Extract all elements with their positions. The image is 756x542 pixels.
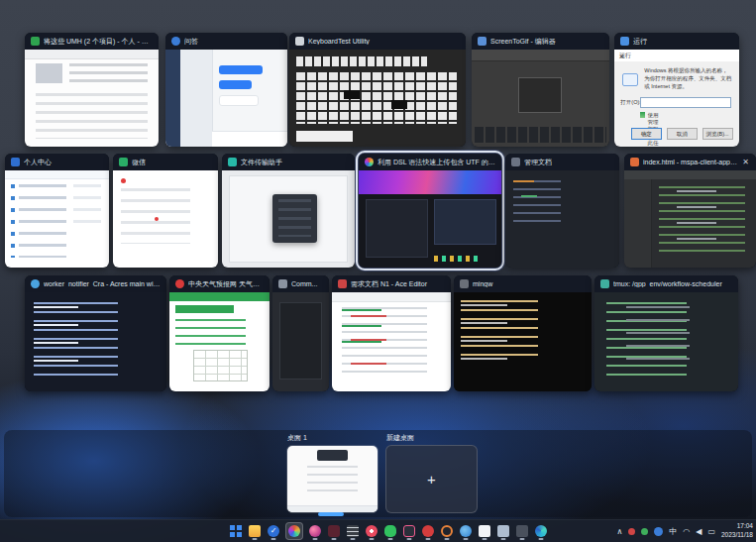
- thumbnail-preview: [25, 292, 166, 391]
- window-thumbnail-dsl-doc-selected[interactable]: 利用 DSL 语法快速上传包含 UTF 的文档 #8 - 知乎: [359, 154, 501, 268]
- flower-app-button[interactable]: [365, 523, 378, 539]
- console-icon: [278, 279, 287, 288]
- thumbnail-preview: [505, 170, 619, 268]
- window-thumbnail-comm[interactable]: Comm...: [272, 275, 329, 391]
- tray-chevron-icon[interactable]: ∧: [616, 527, 622, 536]
- window-thumbnail-mingw[interactable]: mingw: [454, 275, 592, 391]
- tray-green-app-icon[interactable]: [641, 528, 648, 535]
- window-thumbnail-run[interactable]: 运行 运行✕ Windows 将根据你所输入的名称，为你打开相应的程序、文件夹、…: [614, 33, 739, 147]
- thumbnail-preview: [5, 170, 109, 268]
- chat-app-icon: [171, 37, 180, 46]
- globe-browser-button[interactable]: [459, 523, 473, 539]
- window-label: index.html - mspa-client-app (Administ..…: [624, 154, 756, 170]
- window-title: index.html - mspa-client-app (Administ..…: [643, 159, 737, 165]
- thumbnail-preview: [25, 50, 159, 147]
- browser-ring-button[interactable]: [440, 523, 454, 539]
- clock-time: 17:04: [721, 522, 753, 531]
- video-app-icon: [403, 525, 415, 537]
- window-thumbnail-wechat[interactable]: 微信: [113, 154, 218, 268]
- reader-app-button[interactable]: [327, 523, 341, 539]
- thumbnail-preview: [594, 292, 738, 391]
- thumbnail-preview: [624, 170, 756, 268]
- video-app-button[interactable]: [402, 523, 416, 539]
- new-desktop-label: 新建桌面: [386, 433, 414, 443]
- window-title: 需求文档 N1 - Ace Editor: [351, 279, 445, 289]
- thumbnail-preview: [169, 292, 270, 391]
- window-title: mingw: [473, 280, 586, 287]
- wifi-icon[interactable]: ◠: [683, 527, 690, 536]
- window-thumbnail-tmux[interactable]: tmux: /gpp_env/workflow-scheduler: [594, 275, 738, 391]
- shield-icon: [640, 112, 645, 118]
- window-thumbnail-ace-editor[interactable]: 需求文档 N1 - Ace Editor: [332, 275, 451, 391]
- music-app-button[interactable]: [421, 523, 435, 539]
- tray-blue-app-icon[interactable]: [654, 527, 663, 536]
- start-button[interactable]: [229, 523, 243, 539]
- window-thumbnail-manage-doc[interactable]: 管理文档: [505, 154, 619, 268]
- window-label: 中央天气预报网 天气云图: [169, 275, 270, 292]
- thumbnail-preview-run-dialog: 运行✕ Windows 将根据你所输入的名称，为你打开相应的程序、文件夹、文档或…: [614, 50, 739, 147]
- windows-logo-icon: [230, 525, 242, 537]
- run-admin-note: 使用管理权限创建此任务。: [640, 112, 647, 119]
- window-label: tmux: /gpp_env/workflow-scheduler: [594, 275, 738, 292]
- new-desktop-button[interactable]: +: [385, 445, 478, 513]
- active-desktop-indicator: [318, 512, 344, 516]
- battery-icon[interactable]: ▭: [707, 527, 715, 536]
- keyboard-test-icon: [295, 37, 304, 46]
- thumbnail-preview: [272, 292, 329, 391]
- window-thumbnail-weather[interactable]: 中央天气预报网 天气云图: [169, 275, 270, 391]
- wechat-button[interactable]: [383, 523, 397, 539]
- window-label: mingw: [454, 275, 592, 292]
- screentogif-icon: [478, 37, 486, 46]
- window-thumbnail-indexhtml[interactable]: index.html - mspa-client-app (Administ..…: [624, 154, 756, 268]
- file-assistant-icon: [228, 158, 237, 166]
- taskbar: ✓ ∧ 中 ◠ ◀ ▭ 17:04: [0, 519, 756, 542]
- ime-indicator[interactable]: 中: [669, 526, 677, 537]
- volume-icon[interactable]: ◀: [696, 527, 702, 536]
- globe-icon: [460, 525, 472, 537]
- thumbnail-preview: [332, 292, 451, 391]
- window-thumbnail-edge[interactable]: 将这些 UMH (2 个项目) - 个人 - Microsoft Edge: [25, 33, 159, 147]
- taskbar-clock[interactable]: 17:04 2023/11/18: [721, 522, 753, 540]
- ring-browser-icon: [441, 525, 453, 537]
- utility-app-button[interactable]: [515, 523, 529, 539]
- window-label: 个人中心: [5, 154, 109, 170]
- window-thumbnail-personal-center[interactable]: 个人中心: [5, 154, 109, 268]
- window-title: 将这些 UMH (2 个项目) - 个人 - Microsoft Edge: [44, 37, 153, 47]
- window-thumbnail-notifier[interactable]: worker_notifier_Cra - Acres main windows: [25, 275, 166, 391]
- window-app-button[interactable]: [496, 523, 510, 539]
- task-view-button[interactable]: [285, 522, 303, 540]
- window-label: worker_notifier_Cra - Acres main windows: [25, 275, 166, 292]
- desktop1-tile[interactable]: [286, 445, 378, 513]
- window-thumbnail-keyboardtest[interactable]: KeyboardTest Utility: [289, 33, 466, 147]
- window-label: KeyboardTest Utility: [289, 33, 466, 50]
- taskbar-center-icons: ✓: [229, 520, 548, 542]
- window-icon: [497, 525, 509, 537]
- window-label: 微信: [113, 154, 218, 170]
- notes-app-button[interactable]: [478, 523, 491, 539]
- document-icon: [479, 525, 490, 537]
- window-label: 文件传输助手: [222, 154, 355, 170]
- tray-red-app-icon[interactable]: [628, 528, 635, 535]
- utility-icon: [516, 525, 528, 537]
- todo-app-button[interactable]: ✓: [267, 523, 280, 539]
- task-view-background[interactable]: 将这些 UMH (2 个项目) - 个人 - Microsoft Edge 问答…: [0, 0, 756, 542]
- thumbnail-preview: [472, 50, 609, 147]
- thumbnail-preview: [454, 292, 592, 391]
- window-thumbnail-file-assistant[interactable]: 文件传输助手: [222, 154, 355, 268]
- window-title: worker_notifier_Cra - Acres main windows: [44, 280, 161, 287]
- weather-site-icon: [175, 279, 184, 288]
- close-icon[interactable]: ✕: [741, 158, 750, 166]
- pinwheel-app-button[interactable]: [308, 523, 322, 539]
- window-label: 问答: [165, 33, 287, 50]
- window-thumbnail-qa[interactable]: 问答: [165, 33, 287, 147]
- task-view-icon: [288, 525, 300, 537]
- file-explorer-button[interactable]: [248, 523, 262, 539]
- folder-icon: [249, 525, 261, 537]
- run-browse-button: 浏览(B)...: [702, 128, 733, 140]
- edge-button[interactable]: [534, 523, 548, 539]
- window-thumbnail-screentogif[interactable]: ScreenToGif - 编辑器: [472, 33, 609, 147]
- file-manager-button[interactable]: [346, 523, 360, 539]
- check-icon: ✓: [268, 525, 279, 537]
- personal-center-icon: [11, 158, 20, 166]
- browser-colorful-icon: [365, 158, 374, 166]
